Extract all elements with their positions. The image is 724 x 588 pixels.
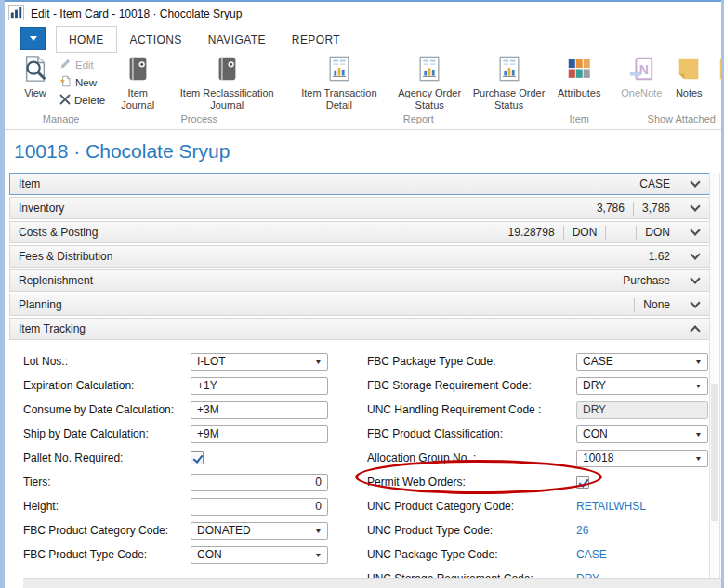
ribbon-group-process: Item Journal Item Reclassification Journ… [112, 53, 286, 129]
form-column-left: Lot Nos.: I-LOT▼ Expiration Calculation:… [23, 349, 328, 567]
attributes-label: Attributes [558, 87, 600, 99]
edit-button[interactable]: Edit [57, 56, 108, 73]
dropdown-arrow-icon: ▼ [694, 359, 702, 365]
form-row: Tiers: 0 [23, 470, 328, 494]
item-reclassification-journal-button[interactable]: Item Reclassification Journal [167, 53, 286, 111]
fasttab-title: Fees & Distribution [19, 250, 112, 263]
purchase-order-status-button[interactable]: Purchase Order Status [471, 53, 546, 111]
form-row: FBC Product Type Code: CON▼ [23, 542, 328, 567]
form-row: UNC Product Type Code: 26 [367, 518, 708, 542]
lot-nos-combobox[interactable]: I-LOT▼ [191, 353, 328, 371]
item-reclassification-journal-label: Item Reclassification Journal [167, 87, 286, 111]
field-label: UNC Product Category Code: [367, 500, 576, 513]
unc-package-type-code-link[interactable]: CASE [576, 548, 607, 561]
scrollbar-thumb[interactable] [711, 384, 718, 521]
fasttab-item-tracking[interactable]: Item Tracking [9, 318, 710, 340]
fasttab-list: Item CASE Inventory 3,786 3,786 Costs & … [9, 173, 710, 342]
form-row: Expiration Calculation: +1Y [23, 373, 328, 398]
notes-button[interactable]: Notes [669, 53, 708, 99]
form-row: FBC Product Category Code: DONATED▼ [23, 518, 328, 542]
chevron-down-icon [690, 227, 701, 238]
new-button-label: New [75, 77, 97, 88]
unc-product-type-code-link[interactable]: 26 [576, 524, 588, 537]
tab-report[interactable]: REPORT [279, 26, 353, 53]
permit-web-orders-checkbox[interactable] [576, 476, 589, 489]
fasttab-fees-distribution[interactable]: Fees & Distribution 1.62 [9, 245, 710, 268]
fasttab-title: Item [19, 177, 40, 190]
fasttab-preview-value: DON [564, 226, 606, 239]
form-row: UNC Handling Requirement Code : DRY [367, 398, 708, 422]
chevron-down-icon [690, 275, 701, 286]
fbc-product-classification-combobox[interactable]: CON▼ [576, 425, 708, 443]
purchase-order-status-label: Purchase Order Status [471, 87, 546, 111]
group-caption-process: Process [112, 113, 286, 129]
delete-button[interactable]: Delete [57, 91, 108, 109]
fasttab-title: Costs & Posting [19, 226, 98, 239]
ribbon-group-show-attached: N OneNote Notes Li Show Attached [612, 53, 721, 129]
fasttab-preview-value: 19.28798 [500, 226, 563, 239]
form-row: Consume by Date Calculation: +3M [23, 398, 328, 422]
height-field[interactable]: 0 [191, 498, 328, 516]
window-border-left [0, 0, 5, 588]
form-row: UNC Storage Requirement Code: DRY [367, 567, 708, 578]
fasttab-costs-posting[interactable]: Costs & Posting 19.28798 DON DON [9, 221, 710, 243]
page-content: 10018 · Chocolate Sryup Item CASE Invent… [5, 130, 721, 578]
form-row: Pallet No. Required: [23, 446, 328, 470]
view-button[interactable]: View [14, 53, 57, 99]
field-label: Consume by Date Calculation: [23, 403, 191, 416]
view-icon [21, 55, 49, 85]
pencil-icon [59, 58, 72, 72]
fasttab-preview-value: 1.62 [640, 250, 678, 263]
ribbon: View Edit New [5, 53, 721, 130]
page-title: 10018 · Chocolate Sryup [14, 140, 230, 163]
fasttab-item[interactable]: Item CASE [9, 173, 710, 195]
tiers-field[interactable]: 0 [191, 474, 328, 491]
group-caption-manage: Manage [14, 113, 108, 129]
fasttab-inventory[interactable]: Inventory 3,786 3,786 [9, 197, 710, 219]
dropdown-arrow-icon: ▼ [314, 359, 322, 365]
report-chart-icon [495, 55, 523, 85]
application-menu-button[interactable] [20, 27, 46, 50]
fbc-product-category-code-combobox[interactable]: DONATED▼ [191, 522, 328, 540]
fbc-product-type-code-combobox[interactable]: CON▼ [191, 546, 328, 564]
fasttab-title: Planning [19, 298, 62, 311]
attributes-grid-icon [565, 55, 593, 85]
unc-product-category-code-link[interactable]: RETAILWHSL [576, 500, 646, 513]
item-transaction-detail-button[interactable]: Item Transaction Detail [290, 53, 388, 111]
onenote-button[interactable]: N OneNote [615, 53, 667, 99]
agency-order-status-button[interactable]: Agency Order Status [389, 53, 468, 111]
expiration-calculation-field[interactable]: +1Y [191, 377, 328, 395]
tab-navigate[interactable]: NAVIGATE [195, 26, 279, 53]
fasttab-title: Item Tracking [19, 322, 86, 335]
form-row: UNC Package Type Code: CASE [367, 542, 708, 567]
tab-actions[interactable]: ACTIONS [117, 26, 195, 53]
fasttab-preview-value: DON [637, 226, 678, 239]
new-button[interactable]: New [57, 73, 108, 91]
vertical-scrollbar[interactable] [709, 173, 720, 578]
fasttab-planning[interactable]: Planning None [9, 294, 710, 316]
fasttab-replenishment[interactable]: Replenishment Purchase [9, 269, 710, 292]
attributes-button[interactable]: Attributes [550, 53, 608, 99]
fbc-storage-requirement-code-combobox[interactable]: DRY▼ [576, 377, 708, 395]
field-label: FBC Product Category Code: [23, 524, 191, 537]
ribbon-group-item: Attributes Item [550, 53, 608, 129]
form-column-right: FBC Package Type Code: CASE▼ FBC Storage… [367, 349, 708, 578]
report-chart-icon [325, 55, 353, 85]
fasttab-preview-value: 3,786 [634, 202, 678, 215]
consume-by-date-calculation-field[interactable]: +3M [191, 401, 328, 419]
ship-by-date-calculation-field[interactable]: +9M [191, 425, 328, 443]
tab-home[interactable]: HOME [56, 26, 117, 53]
ribbon-group-report: Item Transaction Detail Agency Order Sta… [290, 53, 546, 129]
form-row: Height: 0 [23, 494, 328, 518]
allocation-group-no-combobox[interactable]: 10018▼ [576, 450, 708, 467]
onenote-label: OneNote [621, 87, 662, 99]
links-button[interactable]: Li [710, 53, 721, 99]
report-chart-icon [415, 55, 443, 85]
pallet-no-required-checkbox[interactable] [191, 451, 204, 464]
field-label: Expiration Calculation: [23, 379, 191, 392]
field-label: Allocation Group No. : [367, 451, 576, 464]
delete-button-label: Delete [74, 95, 105, 106]
fbc-package-type-code-combobox[interactable]: CASE▼ [576, 353, 708, 371]
item-journal-button[interactable]: Item Journal [112, 53, 164, 111]
journal-icon [213, 55, 241, 85]
